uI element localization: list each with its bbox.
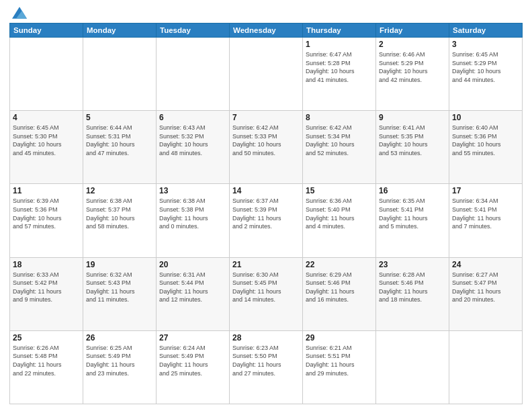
day-info: Sunrise: 6:30 AM Sunset: 5:45 PM Dayligh… [232, 271, 300, 304]
day-number: 13 [159, 186, 226, 195]
calendar-cell: 12Sunrise: 6:38 AM Sunset: 5:37 PM Dayli… [83, 184, 157, 257]
day-info: Sunrise: 6:37 AM Sunset: 5:39 PM Dayligh… [232, 197, 300, 230]
calendar-header-row: SundayMondayTuesdayWednesdayThursdayFrid… [10, 24, 523, 38]
day-number: 11 [13, 186, 80, 195]
day-number: 25 [13, 333, 80, 342]
day-number: 5 [86, 113, 153, 122]
calendar-cell: 5Sunrise: 6:44 AM Sunset: 5:31 PM Daylig… [83, 111, 157, 184]
calendar-cell: 19Sunrise: 6:32 AM Sunset: 5:43 PM Dayli… [83, 257, 157, 330]
calendar-cell: 21Sunrise: 6:30 AM Sunset: 5:45 PM Dayli… [230, 257, 303, 330]
calendar-cell: 28Sunrise: 6:23 AM Sunset: 5:50 PM Dayli… [230, 330, 303, 404]
day-number: 9 [379, 113, 446, 122]
calendar-cell: 25Sunrise: 6:26 AM Sunset: 5:48 PM Dayli… [10, 330, 83, 404]
calendar-cell [83, 38, 157, 111]
day-number: 24 [452, 260, 519, 269]
day-number: 1 [306, 40, 373, 49]
calendar-header-wednesday: Wednesday [230, 24, 303, 38]
calendar-cell: 13Sunrise: 6:38 AM Sunset: 5:38 PM Dayli… [157, 184, 230, 257]
day-info: Sunrise: 6:47 AM Sunset: 5:28 PM Dayligh… [306, 50, 373, 84]
calendar-cell [376, 330, 449, 404]
calendar-cell: 26Sunrise: 6:25 AM Sunset: 5:49 PM Dayli… [83, 330, 157, 404]
day-info: Sunrise: 6:42 AM Sunset: 5:33 PM Dayligh… [232, 124, 300, 157]
calendar-header-saturday: Saturday [449, 24, 523, 38]
calendar-cell: 18Sunrise: 6:33 AM Sunset: 5:42 PM Dayli… [10, 257, 83, 330]
day-info: Sunrise: 6:39 AM Sunset: 5:36 PM Dayligh… [13, 197, 80, 230]
day-number: 29 [306, 333, 373, 342]
calendar-cell [10, 38, 83, 111]
calendar-cell [157, 38, 230, 111]
calendar-week-row: 18Sunrise: 6:33 AM Sunset: 5:42 PM Dayli… [10, 257, 523, 330]
calendar-cell: 14Sunrise: 6:37 AM Sunset: 5:39 PM Dayli… [230, 184, 303, 257]
calendar-cell: 3Sunrise: 6:45 AM Sunset: 5:29 PM Daylig… [449, 38, 523, 111]
day-number: 26 [86, 333, 153, 342]
day-info: Sunrise: 6:31 AM Sunset: 5:44 PM Dayligh… [159, 271, 226, 304]
day-number: 22 [306, 260, 373, 269]
day-info: Sunrise: 6:42 AM Sunset: 5:34 PM Dayligh… [306, 124, 373, 157]
calendar-cell: 4Sunrise: 6:45 AM Sunset: 5:30 PM Daylig… [10, 111, 83, 184]
day-info: Sunrise: 6:21 AM Sunset: 5:51 PM Dayligh… [306, 344, 373, 377]
calendar-header-sunday: Sunday [10, 24, 83, 38]
day-number: 7 [232, 113, 300, 122]
day-info: Sunrise: 6:40 AM Sunset: 5:36 PM Dayligh… [452, 124, 519, 157]
calendar-week-row: 11Sunrise: 6:39 AM Sunset: 5:36 PM Dayli… [10, 184, 523, 257]
day-info: Sunrise: 6:45 AM Sunset: 5:29 PM Dayligh… [452, 50, 519, 84]
day-number: 19 [86, 260, 153, 269]
calendar-header-friday: Friday [376, 24, 449, 38]
calendar-cell: 23Sunrise: 6:28 AM Sunset: 5:46 PM Dayli… [376, 257, 449, 330]
page: SundayMondayTuesdayWednesdayThursdayFrid… [0, 0, 532, 411]
day-number: 17 [452, 186, 519, 195]
calendar: SundayMondayTuesdayWednesdayThursdayFrid… [9, 23, 523, 404]
day-info: Sunrise: 6:23 AM Sunset: 5:50 PM Dayligh… [232, 344, 300, 377]
day-info: Sunrise: 6:28 AM Sunset: 5:46 PM Dayligh… [379, 271, 446, 304]
header [9, 7, 523, 19]
calendar-week-row: 4Sunrise: 6:45 AM Sunset: 5:30 PM Daylig… [10, 111, 523, 184]
calendar-cell [449, 330, 523, 404]
calendar-header-monday: Monday [83, 24, 157, 38]
calendar-cell: 6Sunrise: 6:43 AM Sunset: 5:32 PM Daylig… [157, 111, 230, 184]
day-number: 20 [159, 260, 226, 269]
calendar-cell: 8Sunrise: 6:42 AM Sunset: 5:34 PM Daylig… [303, 111, 376, 184]
calendar-cell: 24Sunrise: 6:27 AM Sunset: 5:47 PM Dayli… [449, 257, 523, 330]
calendar-week-row: 1Sunrise: 6:47 AM Sunset: 5:28 PM Daylig… [10, 38, 523, 111]
day-info: Sunrise: 6:36 AM Sunset: 5:40 PM Dayligh… [306, 197, 373, 230]
calendar-cell: 11Sunrise: 6:39 AM Sunset: 5:36 PM Dayli… [10, 184, 83, 257]
day-info: Sunrise: 6:44 AM Sunset: 5:31 PM Dayligh… [86, 124, 153, 157]
calendar-cell: 1Sunrise: 6:47 AM Sunset: 5:28 PM Daylig… [303, 38, 376, 111]
day-info: Sunrise: 6:33 AM Sunset: 5:42 PM Dayligh… [13, 271, 80, 304]
day-number: 14 [232, 186, 300, 195]
day-number: 15 [306, 186, 373, 195]
day-number: 16 [379, 186, 446, 195]
calendar-header-tuesday: Tuesday [157, 24, 230, 38]
day-info: Sunrise: 6:41 AM Sunset: 5:35 PM Dayligh… [379, 124, 446, 157]
day-number: 8 [306, 113, 373, 122]
calendar-cell: 10Sunrise: 6:40 AM Sunset: 5:36 PM Dayli… [449, 111, 523, 184]
day-info: Sunrise: 6:35 AM Sunset: 5:41 PM Dayligh… [379, 197, 446, 230]
day-number: 3 [452, 40, 519, 49]
calendar-cell: 2Sunrise: 6:46 AM Sunset: 5:29 PM Daylig… [376, 38, 449, 111]
day-number: 10 [452, 113, 519, 122]
calendar-cell: 9Sunrise: 6:41 AM Sunset: 5:35 PM Daylig… [376, 111, 449, 184]
day-info: Sunrise: 6:24 AM Sunset: 5:49 PM Dayligh… [159, 344, 226, 377]
day-info: Sunrise: 6:38 AM Sunset: 5:38 PM Dayligh… [159, 197, 226, 230]
day-number: 23 [379, 260, 446, 269]
day-number: 18 [13, 260, 80, 269]
calendar-cell: 7Sunrise: 6:42 AM Sunset: 5:33 PM Daylig… [230, 111, 303, 184]
calendar-cell: 15Sunrise: 6:36 AM Sunset: 5:40 PM Dayli… [303, 184, 376, 257]
calendar-cell: 20Sunrise: 6:31 AM Sunset: 5:44 PM Dayli… [157, 257, 230, 330]
calendar-cell: 22Sunrise: 6:29 AM Sunset: 5:46 PM Dayli… [303, 257, 376, 330]
day-info: Sunrise: 6:46 AM Sunset: 5:29 PM Dayligh… [379, 50, 446, 84]
calendar-cell [230, 38, 303, 111]
day-info: Sunrise: 6:43 AM Sunset: 5:32 PM Dayligh… [159, 124, 226, 157]
logo-icon [12, 7, 27, 19]
calendar-header-thursday: Thursday [303, 24, 376, 38]
logo [9, 7, 27, 19]
day-info: Sunrise: 6:26 AM Sunset: 5:48 PM Dayligh… [13, 344, 80, 377]
day-info: Sunrise: 6:32 AM Sunset: 5:43 PM Dayligh… [86, 271, 153, 304]
day-number: 21 [232, 260, 300, 269]
day-number: 4 [13, 113, 80, 122]
day-number: 27 [159, 333, 226, 342]
day-number: 2 [379, 40, 446, 49]
calendar-cell: 27Sunrise: 6:24 AM Sunset: 5:49 PM Dayli… [157, 330, 230, 404]
day-number: 6 [159, 113, 226, 122]
calendar-week-row: 25Sunrise: 6:26 AM Sunset: 5:48 PM Dayli… [10, 330, 523, 404]
